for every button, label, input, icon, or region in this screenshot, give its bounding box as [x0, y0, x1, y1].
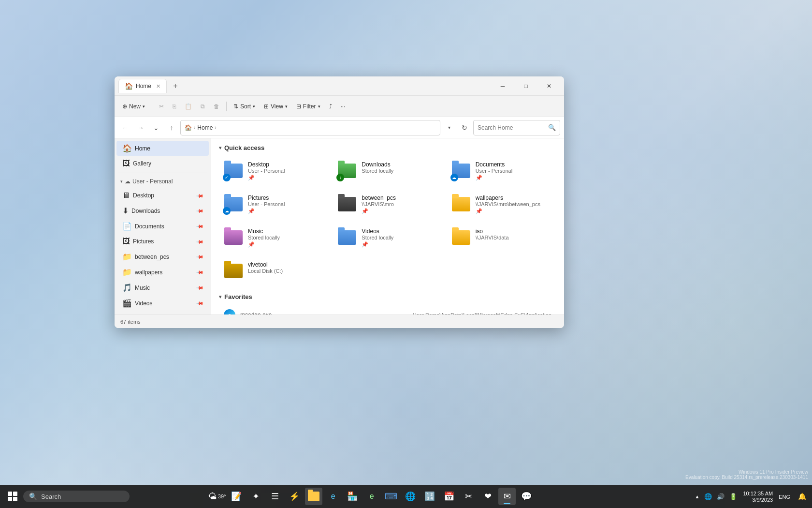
view-icon: ⊞	[264, 103, 269, 110]
folder-vivetool[interactable]: vivetool Local Disk (C:)	[219, 256, 329, 285]
eval-banner: Windows 11 Pro Insider Preview Evaluatio…	[682, 467, 812, 482]
sort-button[interactable]: ⇅ Sort ▾	[230, 101, 259, 112]
iso-sub: \\JARVIS\data	[476, 235, 551, 240]
between-pcs-pin-icon: 📌	[196, 253, 204, 260]
sidebar-item-home[interactable]: 🏠 Home	[116, 141, 209, 156]
tray-battery[interactable]: 🔋	[727, 492, 739, 501]
music-pin: 📌	[248, 241, 324, 248]
videos-pin-icon: 📌	[196, 299, 204, 307]
sidebar-item-between-pcs[interactable]: 📁 between_pcs 📌	[116, 249, 209, 264]
taskbar-mail[interactable]: ✉	[498, 488, 516, 505]
pictures-name: Pictures	[248, 194, 324, 201]
view-button[interactable]: ⊞ View ▾	[260, 101, 291, 112]
folder-wallpapers[interactable]: wallpapers \\JARVIS\mro\between_pcs 📌	[447, 190, 556, 219]
folder-documents[interactable]: ☁ Documents User - Personal 📌	[447, 156, 556, 186]
taskbar-copilot[interactable]: ✦	[247, 488, 264, 505]
recent-locations-button[interactable]: ⌄	[149, 121, 163, 134]
share-button[interactable]: ⤴	[325, 101, 336, 112]
filter-button[interactable]: ⊟ Filter ▾	[292, 101, 324, 112]
documents-pin-icon: 📌	[196, 222, 204, 230]
taskbar-edge-dev[interactable]: e	[363, 488, 380, 505]
taskbar-edge[interactable]: e	[324, 488, 342, 505]
tray-volume[interactable]: 🔊	[715, 492, 726, 501]
taskbar-store[interactable]: 🏪	[344, 488, 361, 505]
taskbar-feedback[interactable]: 💬	[518, 488, 535, 505]
maximize-button[interactable]: □	[515, 78, 537, 94]
taskbar-search[interactable]: 🔍 Search	[23, 491, 130, 502]
wallpapers-sidebar-icon: 📁	[122, 268, 132, 277]
favorites-msedge[interactable]: e msedge.exe User Demo\AppData\Local\Mic…	[219, 305, 556, 314]
home-tab-close[interactable]: ✕	[156, 83, 160, 90]
folder-between-pcs[interactable]: between_pcs \\JARVIS\mro 📌	[333, 190, 442, 219]
taskbar-calendar[interactable]: 📅	[440, 488, 458, 505]
eval-line2: Evaluation copy. Build 25314.rs_prerelea…	[685, 475, 808, 480]
taskbar-widgets[interactable]: 🌤 39°	[208, 488, 226, 505]
cut-button: ✂	[155, 101, 168, 112]
sidebar-between-pcs-label: between_pcs	[135, 254, 169, 260]
up-button[interactable]: ↑	[165, 121, 178, 134]
taskbar-chromium[interactable]: 🌐	[402, 488, 419, 505]
quick-access-header[interactable]: ▾ Quick access	[219, 144, 556, 151]
sidebar-item-desktop[interactable]: 🖥 Desktop 📌	[116, 188, 209, 203]
taskbar-clock[interactable]: 10:12:35 AM 3/9/2023	[743, 491, 773, 503]
folder-downloads[interactable]: ↓ Downloads Stored locally	[333, 156, 442, 186]
sidebar-item-videos[interactable]: 🎬 Videos 📌	[116, 296, 209, 311]
sidebar-item-iso[interactable]: 📁 iso 📌	[116, 311, 209, 314]
file-explorer-window: 🏠 Home ✕ + ─ □ ✕ ⊕ New ▾ ✂ ⎘ 📋 ⧉	[115, 76, 564, 328]
taskbar-weather: 39°	[218, 493, 226, 499]
between-pcs-sub: \\JARVIS\mro	[362, 201, 437, 207]
taskbar-snip[interactable]: ✂	[460, 488, 477, 505]
wallpapers-folder-icon	[452, 197, 470, 211]
sidebar-item-downloads[interactable]: ⬇ Downloads 📌	[116, 203, 209, 218]
videos-sidebar-icon: 🎬	[122, 299, 132, 308]
sidebar-item-music[interactable]: 🎵 Music 📌	[116, 280, 209, 295]
taskbar-explorer[interactable]	[305, 488, 322, 505]
new-tab-button[interactable]: +	[169, 79, 182, 93]
start-button[interactable]	[4, 488, 21, 505]
home-tab[interactable]: 🏠 Home ✕	[118, 79, 167, 93]
taskbar-terminal[interactable]: ⚡	[286, 488, 303, 505]
tray-chevron[interactable]: ▲	[693, 493, 701, 500]
taskbar-vscode[interactable]: ⌨	[382, 488, 400, 505]
favorites-header[interactable]: ▾ Favorites	[219, 293, 556, 300]
folder-pictures[interactable]: ☁ Pictures User - Personal 📌	[219, 190, 329, 219]
notes-icon: 📝	[231, 491, 242, 502]
minimize-button[interactable]: ─	[492, 78, 514, 94]
search-input[interactable]	[478, 124, 546, 131]
new-button[interactable]: ⊕ New ▾	[118, 101, 149, 112]
home-tab-icon: 🏠	[125, 82, 133, 90]
forward-button[interactable]: →	[134, 121, 147, 134]
folder-videos[interactable]: Videos Stored locally 📌	[333, 223, 442, 253]
refresh-button[interactable]: ↻	[458, 121, 471, 134]
notification-button[interactable]: 🔔	[796, 492, 808, 501]
folder-desktop[interactable]: ✓ Desktop User - Personal 📌	[219, 156, 329, 186]
taskbar-calculator[interactable]: 🔢	[421, 488, 438, 505]
desktop-name: Desktop	[248, 161, 324, 168]
downloads-pin-icon: 📌	[196, 207, 204, 214]
sidebar-home-label: Home	[135, 145, 150, 152]
pictures-cloud-badge: ☁	[223, 207, 231, 215]
taskbar-tasks[interactable]: ☰	[266, 488, 284, 505]
sidebar-item-wallpapers[interactable]: 📁 wallpapers 📌	[116, 265, 209, 280]
between-pcs-pin: 📌	[362, 208, 437, 214]
tasks-icon: ☰	[271, 491, 279, 502]
quick-access-chevron: ▾	[219, 145, 221, 150]
tray-network[interactable]: 🌐	[702, 492, 714, 501]
taskbar-hearts[interactable]: ❤	[479, 488, 496, 505]
sidebar-item-gallery[interactable]: 🖼 Gallery	[116, 156, 209, 171]
taskbar-notes[interactable]: 📝	[228, 488, 245, 505]
sidebar-item-pictures[interactable]: 🖼 Pictures 📌	[116, 234, 209, 249]
close-button[interactable]: ✕	[538, 78, 560, 94]
sidebar-item-documents[interactable]: 📄 Documents 📌	[116, 219, 209, 234]
tray-lang[interactable]: ENG	[777, 491, 792, 502]
address-dropdown-button[interactable]: ▾	[442, 121, 456, 134]
group-cloud-icon: ☁	[125, 178, 130, 185]
folder-iso[interactable]: iso \\JARVIS\data	[447, 223, 556, 253]
between-pcs-icon-wrap	[337, 194, 357, 214]
more-button[interactable]: ···	[337, 101, 349, 112]
address-path[interactable]: 🏠 › Home ›	[180, 120, 440, 135]
share-icon: ⤴	[329, 103, 332, 110]
search-box[interactable]: 🔍	[473, 120, 560, 135]
sidebar-group-user[interactable]: ▾ ☁ User - Personal	[115, 175, 211, 188]
folder-music[interactable]: Music Stored locally 📌	[219, 223, 329, 253]
